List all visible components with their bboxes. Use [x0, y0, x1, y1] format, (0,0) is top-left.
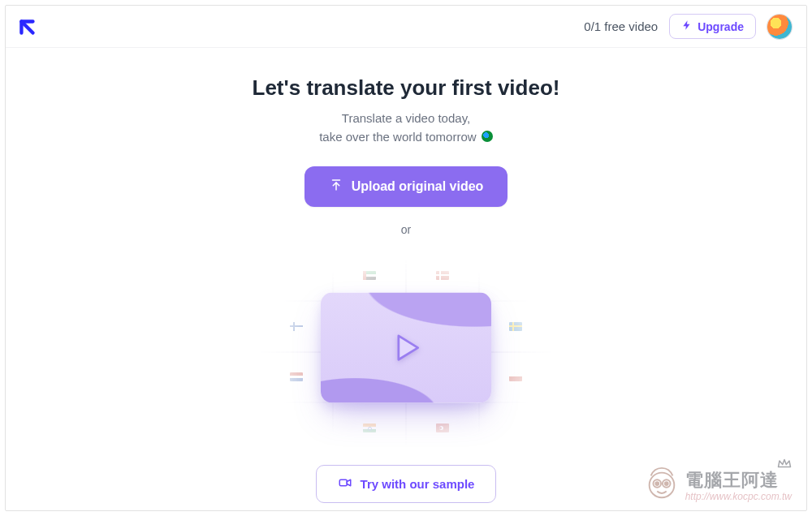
quota-text: 0/1 free video — [584, 19, 658, 33]
svg-rect-3 — [339, 479, 347, 486]
flag-icon — [436, 424, 449, 432]
svg-point-7 — [663, 479, 671, 488]
upload-icon — [329, 178, 343, 196]
upgrade-label: Upgrade — [698, 20, 744, 33]
upgrade-button[interactable]: Upgrade — [669, 14, 756, 39]
svg-point-9 — [664, 482, 667, 485]
flag-icon — [509, 372, 522, 381]
globe-icon — [482, 131, 493, 142]
or-divider: or — [401, 223, 411, 236]
subtitle-line2: take over the world tomorrow — [319, 130, 476, 144]
app-logo-icon — [17, 16, 38, 37]
watermark-url: http://www.kocpc.com.tw — [685, 491, 792, 502]
flag-icon — [363, 424, 376, 432]
upload-video-button[interactable]: Upload original video — [304, 166, 508, 207]
flag-icon — [436, 271, 449, 280]
flag-icon — [290, 424, 303, 432]
svg-marker-4 — [347, 479, 351, 486]
flag-icon — [509, 424, 522, 432]
svg-marker-2 — [399, 335, 418, 359]
top-bar: 0/1 free video Upgrade — [6, 6, 806, 48]
app-frame: 0/1 free video Upgrade Let's translate y… — [5, 5, 807, 511]
svg-point-5 — [649, 473, 674, 498]
play-icon — [388, 329, 424, 365]
flag-icon — [290, 372, 303, 381]
sample-illustration — [260, 251, 552, 454]
video-preview-card — [321, 292, 491, 402]
upload-label: Upload original video — [352, 179, 484, 194]
main-content: Let's translate your first video! Transl… — [6, 48, 806, 510]
bolt-icon — [681, 19, 693, 33]
flag-icon — [363, 271, 376, 280]
video-camera-icon — [338, 475, 352, 492]
page-title: Let's translate your first video! — [253, 75, 560, 101]
top-bar-right: 0/1 free video Upgrade — [584, 14, 792, 39]
page-subtitle: Translate a video today, take over the w… — [319, 109, 493, 147]
user-avatar[interactable] — [767, 15, 792, 39]
subtitle-line1: Translate a video today, — [342, 111, 470, 125]
watermark-mascot-icon — [643, 465, 680, 502]
sample-label: Try with our sample — [361, 477, 475, 491]
svg-point-8 — [655, 482, 659, 485]
watermark: 電腦王阿達 http://www.kocpc.com.tw — [643, 465, 792, 502]
try-sample-button[interactable]: Try with our sample — [316, 465, 497, 503]
flag-icon — [290, 271, 303, 280]
flag-icon — [509, 271, 522, 280]
watermark-title: 電腦王阿達 — [685, 471, 792, 489]
svg-point-6 — [653, 479, 661, 488]
crown-icon — [777, 457, 792, 467]
flag-icon — [290, 322, 303, 331]
flag-icon — [509, 322, 522, 331]
